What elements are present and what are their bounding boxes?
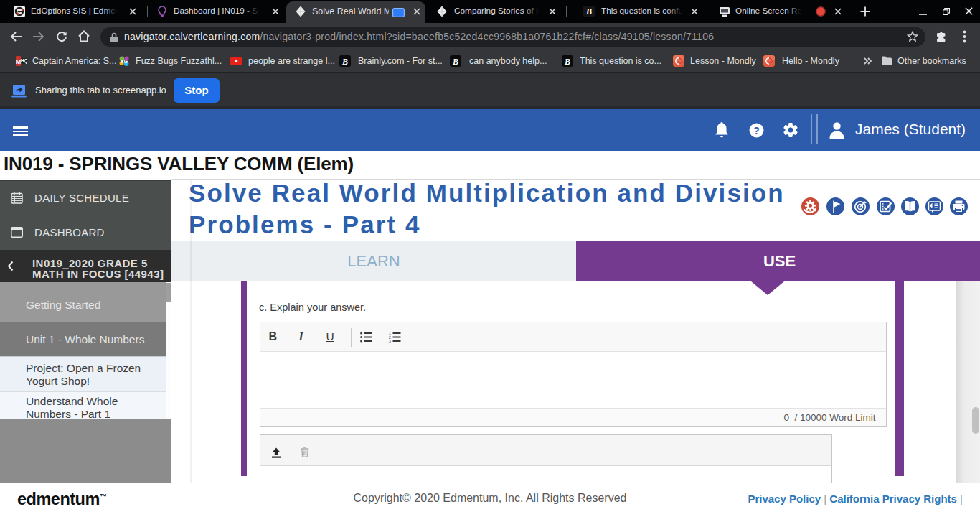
svg-text:HQ: HQ: [21, 58, 27, 64]
svg-text:B: B: [585, 6, 592, 17]
svg-text:3: 3: [389, 339, 391, 343]
svg-text:B: B: [452, 57, 458, 67]
svg-text:B: B: [564, 57, 570, 67]
svg-text:B: B: [341, 57, 348, 67]
svg-text:?: ?: [753, 125, 760, 136]
svg-text:YG: YG: [121, 59, 128, 64]
